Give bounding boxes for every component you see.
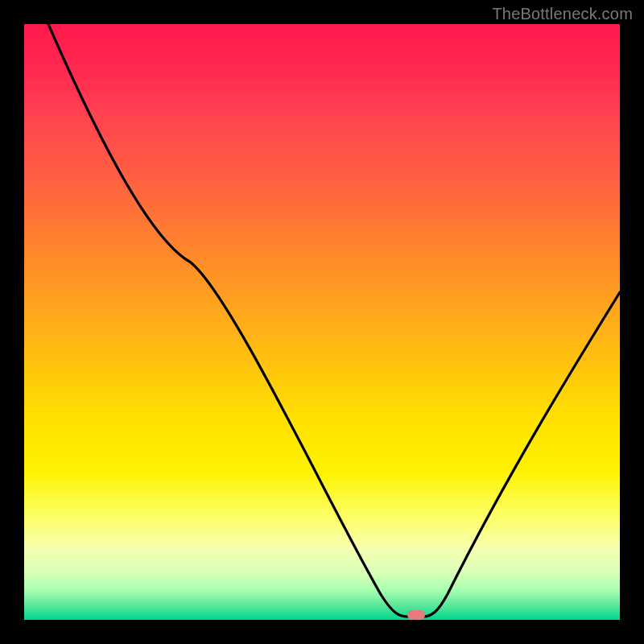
chart-container: TheBottleneck.com — [0, 0, 644, 644]
bottleneck-curve — [48, 24, 620, 617]
watermark: TheBottleneck.com — [492, 5, 633, 23]
optimal-marker — [407, 610, 425, 620]
curve-layer — [24, 24, 620, 620]
